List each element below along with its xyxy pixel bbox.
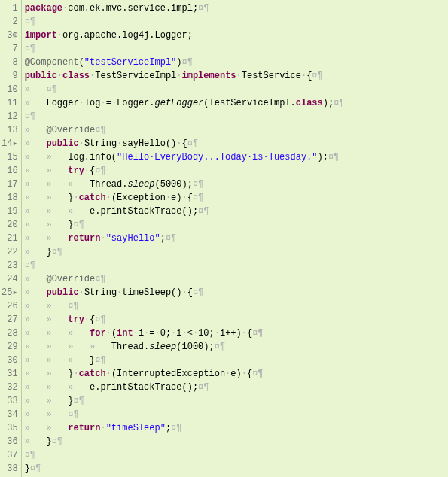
code-line[interactable]: package·com.ek.mvc.service.impl;¤¶ — [25, 2, 448, 15]
line-number: 29 — [2, 340, 18, 354]
line-number-gutter: 123⊕7891011121314▸1516171819202122232425… — [0, 0, 22, 477]
code-line[interactable]: » » » Thread.sleep(5000);¤¶ — [25, 178, 448, 191]
code-line[interactable]: » » }·catch·(InterruptedException·e)·{¤¶ — [25, 367, 448, 381]
code-line[interactable]: ¤¶ — [25, 15, 448, 29]
code-line[interactable]: » » }·catch·(Exception·e)·{¤¶ — [25, 191, 448, 205]
line-number: 36 — [2, 435, 18, 448]
code-line[interactable]: » » » » Thread.sleep(1000);¤¶ — [25, 340, 448, 354]
line-number: 24 — [2, 272, 18, 286]
line-number: 28 — [2, 327, 18, 340]
code-line[interactable]: ¤¶ — [25, 448, 448, 462]
code-line[interactable]: » » return·"sayHello";¤¶ — [25, 232, 448, 245]
code-line[interactable]: » » try·{¤¶ — [25, 313, 448, 327]
code-line[interactable]: @Component("testServiceImpl")¤¶ — [25, 56, 448, 69]
line-number: 17 — [2, 178, 18, 191]
code-line[interactable]: import·org.apache.log4j.Logger; — [25, 29, 448, 42]
code-line[interactable]: ¤¶ — [25, 42, 448, 56]
code-line[interactable]: » » }¤¶ — [25, 394, 448, 408]
line-number: 14▸ — [2, 137, 18, 150]
code-line[interactable]: » @Override¤¶ — [25, 272, 448, 286]
code-line[interactable]: » }¤¶ — [25, 245, 448, 259]
line-number: 26 — [2, 299, 18, 313]
line-number: 1 — [2, 2, 18, 15]
line-number: 7 — [2, 42, 18, 56]
line-number: 23 — [2, 259, 18, 272]
line-number: 9 — [2, 69, 18, 83]
line-number: 20 — [2, 218, 18, 232]
code-line[interactable]: » » » }¤¶ — [25, 354, 448, 367]
code-line[interactable]: public·class·TestServiceImpl·implements·… — [25, 69, 448, 83]
code-line[interactable]: » » ¤¶ — [25, 408, 448, 421]
code-line[interactable]: » ¤¶ — [25, 83, 448, 96]
line-number: 13 — [2, 123, 18, 137]
line-number: 11 — [2, 96, 18, 110]
code-line[interactable]: }¤¶ — [25, 462, 448, 475]
line-number: 16 — [2, 164, 18, 178]
code-line[interactable]: » public·String·sayHello()·{¤¶ — [25, 137, 448, 150]
code-line[interactable]: » » » e.printStackTrace();¤¶ — [25, 381, 448, 394]
line-number: 18 — [2, 191, 18, 205]
line-number: 21 — [2, 232, 18, 245]
line-number: 12 — [2, 110, 18, 123]
code-line[interactable]: ¤¶ — [25, 110, 448, 123]
code-line[interactable]: ¤¶ — [25, 259, 448, 272]
code-line[interactable]: » » » for·(int·i·=·0;·i·<·10;·i++)·{¤¶ — [25, 327, 448, 340]
code-line[interactable]: » » }¤¶ — [25, 218, 448, 232]
line-number: 25▸ — [2, 286, 18, 299]
code-line[interactable]: » public·String·timeSleep()·{¤¶ — [25, 286, 448, 299]
line-number: 22 — [2, 245, 18, 259]
line-number: 38 — [2, 462, 18, 475]
line-number: 19 — [2, 205, 18, 218]
code-editor-area[interactable]: package·com.ek.mvc.service.impl;¤¶¤¶impo… — [22, 0, 448, 477]
line-number: 3⊕ — [2, 29, 18, 42]
line-number: 33 — [2, 394, 18, 408]
line-number: 15 — [2, 150, 18, 164]
line-number: 32 — [2, 381, 18, 394]
line-number: 2 — [2, 15, 18, 29]
line-number: 35 — [2, 421, 18, 435]
code-line[interactable]: » » try·{¤¶ — [25, 164, 448, 178]
line-number: 31 — [2, 367, 18, 381]
code-line[interactable]: » Logger·log·=·Logger.getLogger(TestServ… — [25, 96, 448, 110]
code-line[interactable]: » }¤¶ — [25, 435, 448, 448]
line-number: 34 — [2, 408, 18, 421]
line-number: 10 — [2, 83, 18, 96]
code-line[interactable]: » @Override¤¶ — [25, 123, 448, 137]
code-line[interactable]: » » » e.printStackTrace();¤¶ — [25, 205, 448, 218]
line-number: 8 — [2, 56, 18, 69]
code-line[interactable]: » » log.info("Hello·EveryBody...Today·is… — [25, 150, 448, 164]
code-line[interactable]: » » ¤¶ — [25, 299, 448, 313]
line-number: 27 — [2, 313, 18, 327]
line-number: 30 — [2, 354, 18, 367]
code-line[interactable]: » » return·"timeSleep";¤¶ — [25, 421, 448, 435]
line-number: 37 — [2, 448, 18, 462]
